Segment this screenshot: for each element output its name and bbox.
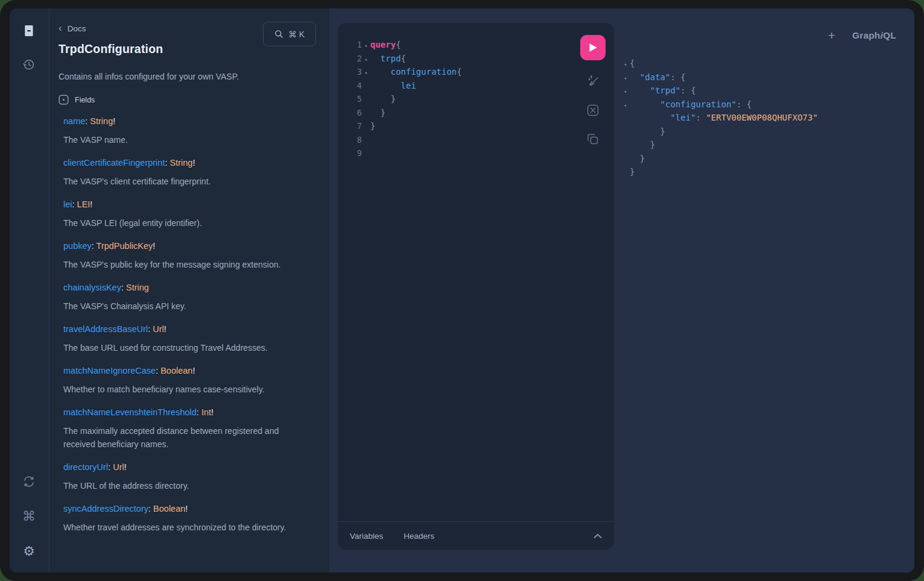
code-line: } [621,152,818,166]
window-frame: ⌘ ⚙ ‹ Docs [0,0,924,581]
add-tab-button[interactable]: + [828,29,835,42]
field-entry: matchNameIgnoreCase: Boolean!Whether to … [63,366,317,396]
field-name-link[interactable]: lei: LEI! [63,199,92,209]
refetch-schema-button[interactable] [20,473,38,491]
merge-fragments-button[interactable] [585,102,601,118]
field-name-link[interactable]: matchNameLevenshteinThreshold: Int! [63,407,214,417]
fold-toggle-icon[interactable]: ▾ [621,58,630,72]
sidebar-top-group [10,22,48,74]
field-description: Whether travel addresses are synchronize… [63,521,302,534]
code-line: ▾"trpd": { [621,84,818,98]
code-text: "configuration": { [630,98,752,111]
fold-toggle-icon[interactable]: ▾ [362,53,370,67]
docs-type-description: Contains all infos configured for your o… [59,72,317,81]
field-description: The VASP's Chainalysis API key. [63,300,302,313]
docs-search-button[interactable]: ⌘ K [263,22,316,46]
code-line: 1▾query{ [350,38,614,52]
gear-icon: ⚙ [23,545,35,558]
editor-tools-footer: Variables Headers [338,521,614,550]
code-text: { [630,57,634,71]
field-entry: pubkey: TrpdPublicKey!The VASP's public … [63,241,317,271]
breadcrumb-label: Docs [68,24,86,33]
response-viewer: ▾{▾"data": {▾"trpd": {▾"configuration": … [621,57,818,179]
chevron-left-icon: ‹ [59,23,62,33]
field-name-link[interactable]: pubkey: TrpdPublicKey! [63,241,155,251]
prettify-query-button[interactable] [585,74,601,89]
execute-query-button[interactable] [580,35,606,60]
field-name-link[interactable]: travelAddressBaseUrl: Url! [63,324,166,334]
fold-toggle-icon[interactable]: ▾ [362,39,370,53]
query-editor[interactable]: 1▾query{2▾trpd{3▾configuration{4lei5}6}7… [338,23,614,522]
field-entry: directoryUrl: Url!The URL of the address… [63,462,317,492]
code-line: 5} [350,92,614,106]
settings-button[interactable]: ⚙ [20,542,38,561]
fields-icon [59,95,69,105]
code-line: ▾{ [621,57,818,71]
line-number: 3 [350,65,362,79]
fields-section-header: Fields [59,95,317,105]
line-number: 8 [350,133,362,147]
query-editor-container: 1▾query{2▾trpd{3▾configuration{4lei5}6}7… [338,23,614,550]
fold-toggle-icon[interactable]: ▾ [621,72,630,86]
code-text: query{ [370,38,401,52]
field-name-link[interactable]: matchNameIgnoreCase: Boolean! [63,366,195,375]
docs-button[interactable] [20,22,38,40]
refresh-icon [22,474,36,489]
fields-list: name: String!The VASP name.clientCertifi… [59,116,317,534]
code-text: } [370,119,375,133]
code-line: 6} [350,106,614,120]
field-entry: chainalysisKey: StringThe VASP's Chainal… [63,283,317,313]
logo-part-ql: QL [883,30,896,40]
fold-toggle-icon[interactable]: ▾ [362,66,370,80]
field-description: The VASP name. [63,133,302,146]
search-icon [274,30,283,39]
play-icon [589,43,598,52]
code-text: "data": { [630,71,686,84]
code-text: } [630,152,645,166]
field-name-link[interactable]: directoryUrl: Url! [63,462,127,472]
fields-label: Fields [75,96,95,104]
docs-breadcrumb[interactable]: ‹ Docs [59,24,86,33]
code-text: "lei": "ERTV00EW0P08QHUFXO73" [630,111,818,125]
code-text: trpd{ [370,52,406,66]
field-name-link[interactable]: syncAddressDirectory: Boolean! [63,504,188,513]
sidebar-bottom-group: ⌘ ⚙ [10,473,48,561]
tab-headers[interactable]: Headers [403,532,434,541]
field-name-link[interactable]: chainalysisKey: String [63,283,149,292]
code-line: 4lei [350,79,614,93]
line-number: 9 [350,146,362,160]
history-button[interactable] [20,55,38,74]
field-entry: name: String!The VASP name. [63,116,317,146]
line-number: 2 [350,52,362,66]
field-entry: clientCertificateFingerprint: String!The… [63,158,317,188]
code-text: } [630,138,655,152]
graphiql-logo[interactable]: GraphiQL [852,30,896,41]
code-line: 2▾trpd{ [350,52,614,66]
field-description: Whether to match beneficiary names case-… [63,383,302,396]
copy-query-button[interactable] [585,131,601,147]
code-line: 3▾configuration{ [350,65,614,79]
field-name-link[interactable]: clientCertificateFingerprint: String! [63,158,195,168]
line-number: 7 [350,119,362,133]
code-text: } [630,165,634,179]
keyboard-shortcuts-button[interactable]: ⌘ [20,507,38,526]
prettify-wand-icon [586,74,600,89]
field-description: The base URL used for constructing Trave… [63,341,302,354]
logo-part-graph: Graph [852,30,881,40]
fold-toggle-icon[interactable]: ▾ [621,85,630,99]
history-clock-icon [22,57,36,72]
tab-variables[interactable]: Variables [350,532,383,541]
line-number: 4 [350,79,362,93]
code-line: 7} [350,119,614,133]
collapse-tools-button[interactable] [593,533,602,539]
fold-toggle-icon[interactable]: ▾ [621,99,630,113]
field-description: The URL of the address directory. [63,479,302,492]
code-text: } [370,106,385,120]
command-icon: ⌘ [22,510,36,523]
header-actions: + GraphiQL [828,29,896,42]
field-entry: matchNameLevenshteinThreshold: Int!The m… [63,407,317,451]
code-line: ▾"data": { [621,71,818,84]
field-description: The VASP LEI (legal entity identifier). [63,216,302,230]
code-line: } [621,138,818,152]
field-name-link[interactable]: name: String! [63,116,115,126]
